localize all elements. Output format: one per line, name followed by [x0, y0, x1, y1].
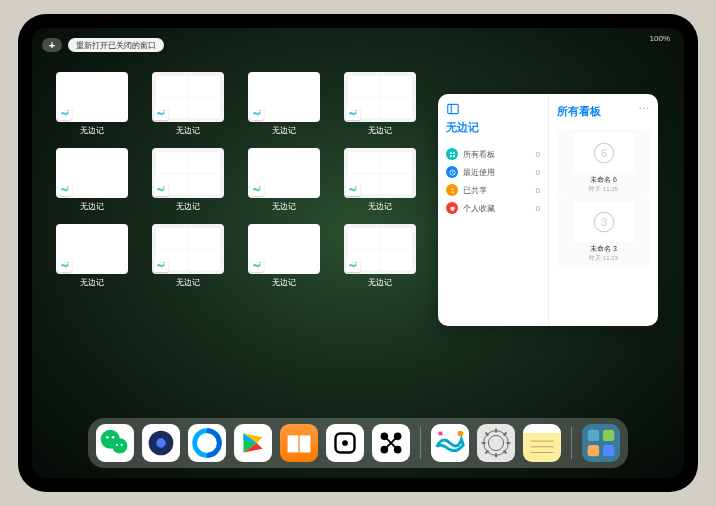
dock-connect-icon[interactable]: [372, 424, 410, 462]
freeform-app-icon: [250, 182, 264, 196]
window-thumb[interactable]: 无边记: [248, 72, 320, 136]
svg-point-31: [156, 438, 166, 448]
category-heart[interactable]: 个人收藏0: [446, 199, 540, 217]
window-thumb[interactable]: 无边记: [344, 72, 416, 136]
svg-point-42: [488, 435, 503, 450]
dock-separator: [571, 427, 572, 459]
svg-point-27: [112, 436, 115, 439]
window-thumb[interactable]: 无边记: [344, 148, 416, 212]
window-thumb[interactable]: 无边记: [248, 148, 320, 212]
dock-dice-icon[interactable]: [326, 424, 364, 462]
sidebar-icon: [446, 102, 460, 116]
window-thumb[interactable]: 无边记: [152, 224, 224, 288]
dock-launcher-icon[interactable]: [582, 424, 620, 462]
svg-point-11: [355, 262, 357, 264]
board-item[interactable]: 3未命名 3昨天 11:23: [557, 198, 650, 267]
window-thumb[interactable]: 无边记: [152, 72, 224, 136]
svg-point-28: [116, 444, 118, 446]
svg-rect-16: [449, 155, 451, 157]
dock-freeform-icon[interactable]: [431, 424, 469, 462]
board-item[interactable]: 6未命名 6昨天 11:25: [557, 129, 650, 198]
svg-rect-57: [603, 445, 614, 456]
svg-point-0: [67, 110, 69, 112]
dock-wechat-icon[interactable]: [96, 424, 134, 462]
top-bar: + 重新打开已关闭的窗口: [42, 38, 164, 52]
category-count: 0: [536, 204, 540, 213]
svg-point-19: [451, 188, 453, 190]
svg-rect-40: [439, 432, 443, 436]
svg-rect-12: [448, 104, 459, 113]
category-count: 0: [536, 168, 540, 177]
window-thumb[interactable]: 无边记: [56, 148, 128, 212]
svg-point-7: [355, 186, 357, 188]
window-label: 无边记: [80, 277, 104, 288]
clock-icon: [446, 166, 458, 178]
svg-point-2: [259, 110, 261, 112]
svg-rect-54: [588, 430, 599, 441]
panel-sidebar: 无边记 所有看板0最近使用0已共享0个人收藏0: [438, 94, 548, 326]
svg-rect-15: [453, 151, 455, 153]
svg-line-49: [486, 451, 489, 454]
window-label: 无边记: [176, 125, 200, 136]
panel-title: 无边记: [446, 120, 540, 135]
window-label: 无边记: [80, 125, 104, 136]
window-thumb[interactable]: 无边记: [248, 224, 320, 288]
freeform-app-icon: [154, 258, 168, 272]
screen: 100% + 重新打开已关闭的窗口 无边记无边记无边记无边记无边记无边记无边记无…: [32, 28, 684, 478]
dock-qqbrowser-icon[interactable]: [188, 424, 226, 462]
svg-point-8: [67, 262, 69, 264]
svg-line-50: [504, 433, 507, 436]
panel-right-title: 所有看板: [557, 104, 650, 119]
window-label: 无边记: [368, 277, 392, 288]
svg-rect-17: [453, 155, 455, 157]
category-share[interactable]: 已共享0: [446, 181, 540, 199]
dock-quark-icon[interactable]: [142, 424, 180, 462]
svg-line-47: [486, 433, 489, 436]
freeform-app-icon: [58, 106, 72, 120]
category-label: 所有看板: [463, 149, 495, 160]
freeform-app-icon: [250, 258, 264, 272]
dock-settings-icon[interactable]: [477, 424, 515, 462]
svg-point-1: [163, 110, 165, 112]
new-window-button[interactable]: +: [42, 38, 62, 52]
freeform-app-icon: [346, 258, 360, 272]
category-clock[interactable]: 最近使用0: [446, 163, 540, 181]
share-icon: [446, 184, 458, 196]
category-count: 0: [536, 186, 540, 195]
svg-rect-56: [588, 445, 599, 456]
panel-boards: 所有看板 6未命名 6昨天 11:253未命名 3昨天 11:23: [548, 94, 658, 326]
freeform-app-icon: [58, 258, 72, 272]
window-thumb[interactable]: 无边记: [344, 224, 416, 288]
freeform-app-icon: [346, 106, 360, 120]
window-label: 无边记: [176, 201, 200, 212]
category-grid[interactable]: 所有看板0: [446, 145, 540, 163]
battery-text: 100%: [650, 34, 670, 43]
reopen-closed-window-button[interactable]: 重新打开已关闭的窗口: [68, 38, 164, 52]
svg-point-3: [355, 110, 357, 112]
freeform-panel: ... 无边记 所有看板0最近使用0已共享0个人收藏0 所有看板 6未命名 6昨…: [438, 94, 658, 326]
category-count: 0: [536, 150, 540, 159]
svg-line-48: [504, 451, 507, 454]
svg-rect-14: [449, 151, 451, 153]
category-label: 最近使用: [463, 167, 495, 178]
dock-separator: [420, 427, 421, 459]
dock-play-icon[interactable]: [234, 424, 272, 462]
window-label: 无边记: [176, 277, 200, 288]
freeform-app-icon: [58, 182, 72, 196]
svg-point-4: [67, 186, 69, 188]
more-icon[interactable]: ...: [639, 100, 650, 111]
svg-point-6: [259, 186, 261, 188]
status-bar: 100%: [650, 34, 670, 43]
window-label: 无边记: [80, 201, 104, 212]
window-thumb[interactable]: 无边记: [56, 72, 128, 136]
window-thumb[interactable]: 无边记: [152, 148, 224, 212]
window-thumb[interactable]: 无边记: [56, 224, 128, 288]
svg-point-10: [259, 262, 261, 264]
window-label: 无边记: [272, 277, 296, 288]
svg-rect-55: [603, 430, 614, 441]
dock-books-icon[interactable]: [280, 424, 318, 462]
dock-notes-icon[interactable]: [523, 424, 561, 462]
freeform-app-icon: [154, 106, 168, 120]
freeform-app-icon: [154, 182, 168, 196]
app-switcher-grid: 无边记无边记无边记无边记无边记无边记无边记无边记无边记无边记无边记无边记: [56, 72, 416, 288]
